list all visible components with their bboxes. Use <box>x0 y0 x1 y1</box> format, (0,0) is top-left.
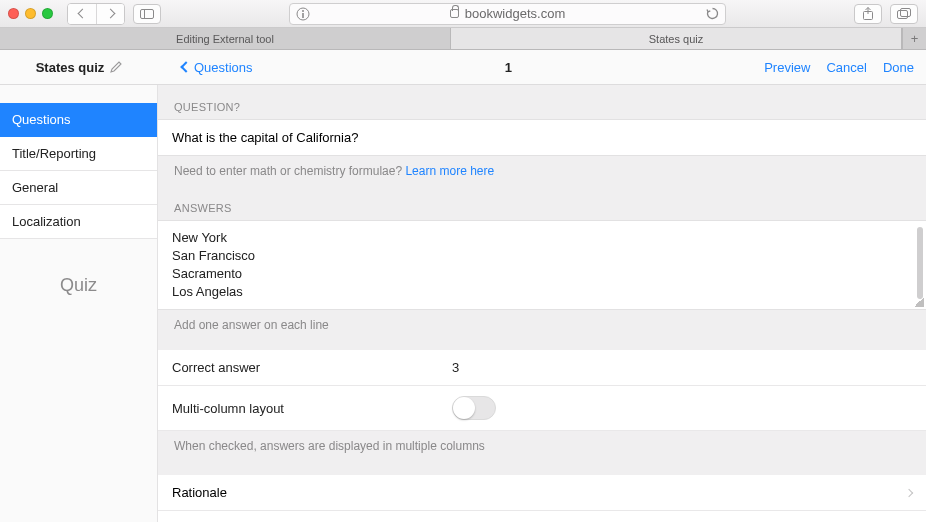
sidebar-item-label: General <box>12 180 58 195</box>
sidebar: Questions Title/Reporting General Locali… <box>0 85 158 522</box>
minimize-window-button[interactable] <box>25 8 36 19</box>
window-controls <box>8 8 53 19</box>
close-window-button[interactable] <box>8 8 19 19</box>
app-header: States quiz Questions 1 Preview Cancel D… <box>0 50 926 85</box>
multicolumn-hint: When checked, answers are displayed in m… <box>158 431 926 461</box>
done-button[interactable]: Done <box>883 60 914 75</box>
answers-textarea[interactable]: New York San Francisco Sacramento Los An… <box>158 220 926 310</box>
sidebar-footer-label: Quiz <box>0 275 157 296</box>
browser-forward-button[interactable] <box>96 4 124 24</box>
hint-row[interactable]: Hint <box>158 511 926 522</box>
sidebar-item-label: Title/Reporting <box>12 146 96 161</box>
answer-line: Los Angelas <box>172 283 912 301</box>
address-bar[interactable]: bookwidgets.com <box>289 3 726 25</box>
main-content: QUESTION? What is the capital of Califor… <box>158 85 926 522</box>
nav-back-forward <box>67 3 125 25</box>
multicolumn-label: Multi-column layout <box>172 401 452 416</box>
browser-toolbar: bookwidgets.com <box>0 0 926 28</box>
answer-line: San Francisco <box>172 247 912 265</box>
disclosure-label: Rationale <box>172 485 227 500</box>
answers-hint: Add one answer on each line <box>158 310 926 340</box>
site-info-icon[interactable] <box>296 7 310 21</box>
document-title-area[interactable]: States quiz <box>0 60 158 75</box>
answer-line: Sacramento <box>172 265 912 283</box>
correct-answer-label: Correct answer <box>172 360 452 375</box>
tab-label: Editing External tool <box>176 33 274 45</box>
toolbar-right <box>854 4 918 24</box>
document-title: States quiz <box>36 60 105 75</box>
multicolumn-row: Multi-column layout <box>158 386 926 431</box>
share-icon <box>862 7 874 20</box>
sidebar-item-general[interactable]: General <box>0 171 157 205</box>
browser-tab-strip: Editing External tool States quiz + <box>0 28 926 50</box>
formula-hint-text: Need to enter math or chemistry formulae… <box>174 164 405 178</box>
fullscreen-window-button[interactable] <box>42 8 53 19</box>
question-text: What is the capital of California? <box>172 130 358 145</box>
svg-rect-7 <box>898 11 908 19</box>
browser-back-button[interactable] <box>68 4 96 24</box>
multicolumn-toggle[interactable] <box>452 396 496 420</box>
sidebar-item-label: Questions <box>12 112 71 127</box>
app-body: Questions Title/Reporting General Locali… <box>0 85 926 522</box>
question-section-label: QUESTION? <box>158 85 926 119</box>
back-to-questions-button[interactable]: Questions <box>182 60 253 75</box>
back-label: Questions <box>194 60 253 75</box>
new-tab-button[interactable]: + <box>902 28 926 49</box>
browser-tab[interactable]: Editing External tool <box>0 28 451 49</box>
toggle-knob <box>453 397 475 419</box>
sidebar-item-label: Localization <box>12 214 81 229</box>
chevron-left-icon <box>180 61 191 72</box>
resize-handle[interactable] <box>914 297 924 307</box>
url-host: bookwidgets.com <box>465 6 565 21</box>
svg-point-3 <box>302 10 304 12</box>
header-actions: Preview Cancel Done <box>764 60 914 75</box>
sidebar-item-questions[interactable]: Questions <box>0 103 157 137</box>
learn-more-link[interactable]: Learn more here <box>405 164 494 178</box>
svg-rect-4 <box>302 13 304 18</box>
question-text-input[interactable]: What is the capital of California? <box>158 119 926 156</box>
scrollbar[interactable] <box>917 227 923 299</box>
svg-rect-8 <box>901 9 911 17</box>
tabs-icon <box>897 8 911 19</box>
sidebar-item-localization[interactable]: Localization <box>0 205 157 239</box>
reload-button[interactable] <box>706 7 719 20</box>
question-number: 1 <box>253 60 765 75</box>
preview-button[interactable]: Preview <box>764 60 810 75</box>
chevron-right-icon <box>905 488 913 496</box>
show-sidebar-button[interactable] <box>133 4 161 24</box>
answer-line: New York <box>172 229 912 247</box>
share-button[interactable] <box>854 4 882 24</box>
sidebar-icon <box>140 9 154 19</box>
rationale-row[interactable]: Rationale <box>158 475 926 511</box>
lock-icon <box>450 6 459 21</box>
sidebar-item-title-reporting[interactable]: Title/Reporting <box>0 137 157 171</box>
tab-label: States quiz <box>649 33 703 45</box>
cancel-button[interactable]: Cancel <box>826 60 866 75</box>
correct-answer-value: 3 <box>452 360 459 375</box>
correct-answer-row[interactable]: Correct answer 3 <box>158 350 926 386</box>
browser-tab[interactable]: States quiz <box>451 28 902 49</box>
show-tabs-button[interactable] <box>890 4 918 24</box>
answers-section-label: ANSWERS <box>158 186 926 220</box>
formula-hint: Need to enter math or chemistry formulae… <box>158 156 926 186</box>
pencil-icon <box>110 61 122 73</box>
svg-rect-0 <box>141 9 154 18</box>
plus-icon: + <box>911 31 919 46</box>
